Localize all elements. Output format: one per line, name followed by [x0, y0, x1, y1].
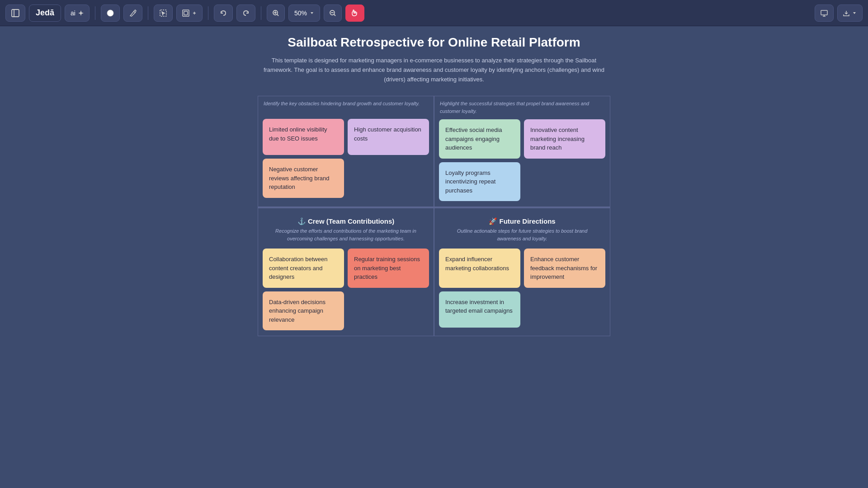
page-description: This template is designed for marketing … [258, 56, 610, 84]
anchors-quadrant: Identify the key obstacles hindering bra… [258, 96, 434, 207]
future-card-1[interactable]: Expand influencer marketing collaboratio… [439, 249, 520, 288]
redo-button[interactable] [236, 5, 255, 22]
present-button[interactable] [815, 5, 834, 22]
separator-4 [261, 6, 261, 20]
wind-card-1[interactable]: Effective social media campaigns engagin… [439, 119, 520, 159]
crew-label: ⚓ Crew (Team Contributions) [264, 212, 428, 227]
main-canvas: Sailboat Retrospective for Online Retail… [0, 26, 868, 488]
svg-line-11 [334, 14, 335, 16]
crew-section-header: ⚓ Crew (Team Contributions) Recognize th… [258, 208, 434, 249]
future-section-header: 🚀 Future Directions Outline actionable s… [434, 208, 610, 249]
ai-button[interactable]: ai [65, 5, 90, 22]
anchors-header: Identify the key obstacles hindering bra… [258, 96, 434, 119]
anchor-card-3[interactable]: Negative customer reviews affecting bran… [263, 159, 344, 198]
crew-cards: Collaboration between content creators a… [258, 249, 434, 336]
svg-rect-0 [12, 9, 19, 17]
future-sub: Outline actionable steps for future stra… [440, 227, 604, 247]
anchor-card-1[interactable]: Limited online visibility due to SEO iss… [263, 119, 344, 155]
wind-card-2[interactable]: Innovative content marketing increasing … [524, 119, 605, 159]
top-grid: Identify the key obstacles hindering bra… [258, 96, 610, 207]
draw-tool-button[interactable] [123, 5, 142, 22]
future-section: 🚀 Future Directions Outline actionable s… [434, 208, 610, 336]
sidebar-toggle-button[interactable] [5, 5, 25, 22]
bottom-grid: ⚓ Crew (Team Contributions) Recognize th… [258, 208, 610, 336]
export-button[interactable] [837, 5, 863, 22]
wind-cards: Effective social media campaigns engagin… [434, 119, 610, 206]
separator-3 [208, 6, 208, 20]
toolbar-right [815, 5, 863, 22]
select-tool-button[interactable] [154, 5, 173, 22]
shape-tool-button[interactable] [101, 5, 120, 22]
crew-sub: Recognize the efforts and contributions … [264, 227, 428, 247]
svg-rect-13 [821, 10, 827, 15]
wind-card-3[interactable]: Loyalty programs incentivizing repeat pu… [439, 162, 520, 202]
frame-tool-button[interactable] [176, 5, 203, 22]
zoom-out-button[interactable] [324, 5, 342, 22]
svg-rect-4 [183, 10, 189, 16]
crew-card-2[interactable]: Regular training sessions on marketing b… [348, 249, 429, 288]
crew-card-3[interactable]: Data-driven decisions enhancing campaign… [263, 291, 344, 331]
crew-section: ⚓ Crew (Team Contributions) Recognize th… [258, 208, 434, 336]
svg-line-7 [277, 14, 278, 16]
anchor-card-2[interactable]: High customer acquisition costs [348, 119, 429, 155]
separator-2 [148, 6, 148, 20]
canvas-content: Sailboat Retrospective for Online Retail… [258, 35, 610, 474]
toolbar: Jedā ai [0, 0, 868, 26]
svg-point-2 [107, 10, 113, 16]
undo-button[interactable] [214, 5, 233, 22]
anchors-cards: Limited online visibility due to SEO iss… [258, 119, 434, 203]
page-title: Sailboat Retrospective for Online Retail… [258, 35, 610, 50]
future-card-2[interactable]: Enhance customer feedback mechanisms for… [524, 249, 605, 288]
future-card-3[interactable]: Increase investment in targeted email ca… [439, 291, 520, 328]
svg-rect-5 [184, 11, 188, 15]
wind-header: Highlight the successful strategies that… [434, 96, 610, 119]
future-label: 🚀 Future Directions [440, 212, 604, 227]
wind-quadrant: Highlight the successful strategies that… [434, 96, 610, 207]
zoom-in-button[interactable] [267, 5, 285, 22]
future-cards: Expand influencer marketing collaboratio… [434, 249, 610, 333]
app-logo: Jedā [29, 5, 61, 22]
separator-1 [95, 6, 95, 20]
crew-card-1[interactable]: Collaboration between content creators a… [263, 249, 344, 288]
zoom-level-button[interactable]: 50% [288, 5, 320, 22]
hand-tool-button[interactable] [345, 5, 364, 22]
